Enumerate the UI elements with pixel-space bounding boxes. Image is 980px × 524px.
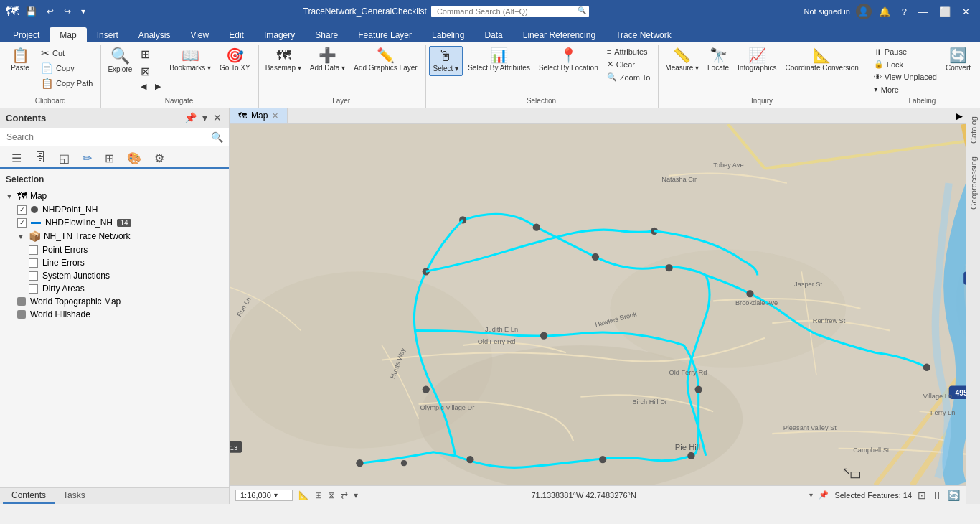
- close-btn[interactable]: ✕: [958, 5, 974, 19]
- status-refresh-btn[interactable]: 🔄: [948, 490, 960, 501]
- sidebar-tab-database[interactable]: 🗄: [29, 149, 52, 169]
- sidebar-pin-btn[interactable]: 📌: [183, 111, 198, 125]
- layer-nhdpoint[interactable]: ✓ NHDPoint_NH: [11, 203, 229, 216]
- forward-button[interactable]: ▶: [151, 80, 164, 93]
- copy-button[interactable]: 📄 Copy: [37, 61, 96, 75]
- add-graphics-button[interactable]: ✏️ Add Graphics Layer: [350, 46, 420, 75]
- add-data-button[interactable]: ➕ Add Data ▾: [306, 46, 349, 75]
- paste-button[interactable]: 📋 Paste: [4, 46, 36, 75]
- status-layout-btn[interactable]: ⊠: [328, 490, 335, 500]
- btab-tasks[interactable]: Tasks: [55, 488, 94, 504]
- tab-analysis[interactable]: Analysis: [128, 27, 181, 42]
- tab-share[interactable]: Share: [305, 27, 348, 42]
- user-icon[interactable]: 👤: [856, 4, 872, 19]
- nhdflowline-checkbox[interactable]: ✓: [17, 218, 27, 228]
- map-tab[interactable]: 🗺 Map ✕: [230, 108, 288, 123]
- point-errors-checkbox[interactable]: [29, 245, 38, 255]
- view-unplaced-button[interactable]: 👁 View Unplaced: [870, 71, 941, 83]
- quick-access-save[interactable]: 💾: [23, 5, 39, 18]
- status-measure-btn[interactable]: 📐: [298, 490, 309, 500]
- quick-access-undo[interactable]: ↩: [44, 5, 57, 18]
- maximize-btn[interactable]: ⬜: [935, 5, 955, 19]
- tab-insert[interactable]: Insert: [87, 27, 128, 42]
- more-labeling-button[interactable]: ▾ More: [870, 83, 941, 95]
- infographics-button[interactable]: 📈 Infographics: [734, 46, 780, 75]
- sidebar-tab-settings[interactable]: ⚙: [149, 149, 170, 169]
- command-search-input[interactable]: [431, 6, 589, 17]
- back-button[interactable]: ◀: [137, 80, 150, 93]
- map-canvas[interactable]: 495 I-95 125 13 Tobey Ave Natasha Cir Br…: [230, 124, 966, 485]
- layer-dirty-areas[interactable]: Dirty Areas: [23, 282, 229, 295]
- cut-button[interactable]: ✂ Cut: [37, 46, 96, 60]
- status-pause-btn[interactable]: ⏸: [932, 490, 942, 501]
- full-extent-button[interactable]: ⊠: [137, 63, 164, 80]
- layer-point-errors[interactable]: Point Errors: [23, 243, 229, 256]
- bookmarks-button[interactable]: 📖 Bookmarks ▾: [166, 46, 215, 75]
- layer-world-hillshade[interactable]: World Hillshade: [11, 308, 229, 321]
- layer-system-junctions[interactable]: System Junctions: [23, 269, 229, 282]
- quick-access-redo[interactable]: ↪: [61, 5, 74, 18]
- tab-map[interactable]: Map: [50, 27, 86, 42]
- layer-nhdflowline[interactable]: ✓ NHDFlowline_NH 14: [11, 216, 229, 229]
- sidebar-tab-paint[interactable]: 🎨: [121, 149, 147, 169]
- go-to-xy-button[interactable]: 🎯 Go To XY: [216, 46, 254, 75]
- quick-access-dropdown[interactable]: ▾: [78, 5, 88, 18]
- status-view-btn[interactable]: ⊡: [918, 490, 926, 501]
- status-sync-btn[interactable]: ⇄: [341, 490, 348, 500]
- tab-data[interactable]: Data: [474, 27, 512, 42]
- status-grid-btn[interactable]: ⊞: [315, 490, 322, 500]
- tab-trace-network[interactable]: Trace Network: [606, 27, 682, 42]
- clear-button[interactable]: ✕ Clear: [603, 58, 654, 70]
- system-junctions-checkbox[interactable]: [29, 271, 38, 281]
- scale-selector[interactable]: 1:16,030 ▾: [235, 490, 293, 501]
- convert-button[interactable]: 🔄 Convert: [942, 46, 974, 75]
- tab-feature-layer[interactable]: Feature Layer: [348, 27, 422, 42]
- dirty-areas-checkbox[interactable]: [29, 284, 38, 294]
- select-by-attributes-button[interactable]: 📊 Select By Attributes: [464, 46, 534, 75]
- help-btn[interactable]: ?: [897, 5, 911, 19]
- explore-button[interactable]: 🔍 Explore: [104, 46, 136, 76]
- select-by-location-button[interactable]: 📍 Select By Location: [535, 46, 602, 75]
- status-dropdown2[interactable]: ▾: [354, 490, 358, 500]
- minimize-btn[interactable]: —: [914, 5, 932, 19]
- sidebar-tab-list[interactable]: ☰: [6, 149, 27, 169]
- locate-button[interactable]: 🔭 Locate: [704, 46, 732, 75]
- sidebar-tab-filter[interactable]: ◱: [53, 149, 75, 169]
- trace-network-group[interactable]: ▼ 📦 NH_TN Trace Network: [11, 229, 229, 243]
- geoprocessing-tab[interactable]: Geoprocessing: [967, 151, 980, 215]
- basemap-button[interactable]: 🗺 Basemap ▾: [262, 46, 305, 75]
- sidebar-tab-grid[interactable]: ⊞: [99, 149, 120, 169]
- sidebar-close-btn[interactable]: ✕: [212, 111, 223, 125]
- tab-labeling[interactable]: Labeling: [422, 27, 474, 42]
- nhdpoint-checkbox[interactable]: ✓: [17, 205, 27, 215]
- zoom-to-button[interactable]: 🔍 Zoom To: [603, 71, 654, 83]
- pause-button[interactable]: ⏸ Pause: [870, 46, 941, 57]
- catalog-tab[interactable]: Catalog: [967, 111, 980, 149]
- tab-scroll-right[interactable]: ▶: [953, 111, 966, 121]
- lock-button[interactable]: 🔒 Lock: [870, 58, 941, 70]
- map-tab-close[interactable]: ✕: [272, 111, 278, 121]
- tab-edit[interactable]: Edit: [219, 27, 254, 42]
- layer-line-errors[interactable]: Line Errors: [23, 256, 229, 269]
- tab-project[interactable]: Project: [3, 27, 50, 42]
- copy-path-button[interactable]: 📋 Copy Path: [37, 76, 96, 90]
- layer-world-topo[interactable]: World Topographic Map: [11, 295, 229, 308]
- sidebar-tab-draw[interactable]: ✏: [77, 149, 98, 169]
- select-button[interactable]: 🖱 Select ▾: [429, 46, 463, 76]
- sidebar-search-icon[interactable]: 🔍: [211, 131, 223, 143]
- measure-button[interactable]: 📏 Measure ▾: [661, 46, 702, 75]
- attributes-button[interactable]: ≡ Attributes: [603, 46, 654, 57]
- coord-conversion-button[interactable]: 📐 Coordinate Conversion: [782, 46, 862, 75]
- tab-view[interactable]: View: [180, 27, 219, 42]
- btab-contents[interactable]: Contents: [3, 488, 55, 504]
- tab-imagery[interactable]: Imagery: [254, 27, 305, 42]
- tab-linear-referencing[interactable]: Linear Referencing: [513, 27, 606, 42]
- status-coords-dropdown[interactable]: ▾: [809, 491, 813, 499]
- notification-btn[interactable]: 🔔: [875, 5, 895, 19]
- line-errors-checkbox[interactable]: [29, 258, 38, 268]
- fixed-zoom-button[interactable]: ⊞: [137, 46, 164, 62]
- sidebar-search-input[interactable]: [6, 131, 208, 143]
- sidebar-menu-btn[interactable]: ▾: [201, 111, 209, 125]
- map-tree-item[interactable]: ▼ 🗺 Map: [0, 189, 229, 203]
- ribbon-group-inquiry: 📏 Measure ▾ 🔭 Locate 📈 Infographics 📐 Co…: [659, 45, 867, 108]
